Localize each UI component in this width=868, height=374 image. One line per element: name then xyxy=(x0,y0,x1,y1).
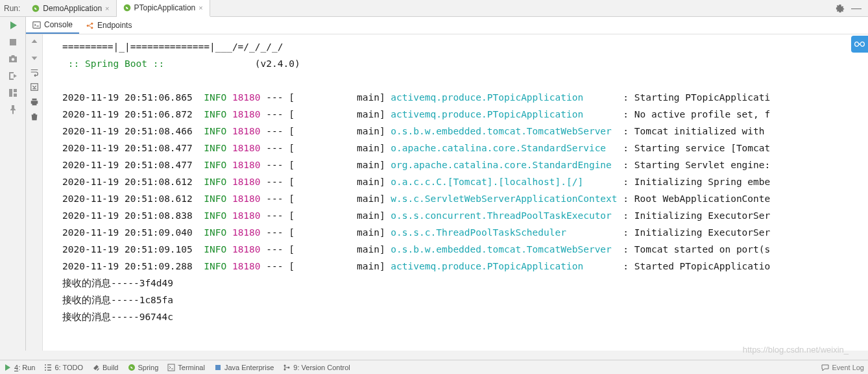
run-tab-label: PTopicApplication xyxy=(134,3,196,12)
console-tab[interactable]: Console xyxy=(26,17,79,34)
svg-point-6 xyxy=(87,24,89,26)
svg-point-7 xyxy=(91,22,93,24)
event-log[interactable]: Event Log xyxy=(821,364,864,371)
run-tab-ptopic[interactable]: PTopicApplication × xyxy=(117,0,210,17)
terminal-icon xyxy=(167,364,175,371)
tool-window-build[interactable]: Build xyxy=(92,364,118,371)
tool-window-java-ee[interactable]: Java Enterprise xyxy=(214,364,274,371)
tool-window-run[interactable]: 4: Run xyxy=(4,364,35,371)
run-tabs: DemoApplication × PTopicApplication × xyxy=(25,0,210,16)
stop-icon[interactable] xyxy=(8,37,18,47)
endpoints-tab[interactable]: Endpoints xyxy=(79,17,138,34)
minimize-icon[interactable]: — xyxy=(851,3,862,14)
console-tools-gutter xyxy=(26,34,43,351)
console-output[interactable]: =========|_|==============|___/=/_/_/_/ … xyxy=(43,34,868,351)
soft-wrap-icon[interactable] xyxy=(30,68,39,77)
spring-leaf-icon xyxy=(123,4,131,12)
print-icon[interactable] xyxy=(30,97,39,106)
spring-leaf-icon xyxy=(128,364,136,371)
svg-point-8 xyxy=(91,27,93,29)
tool-window-todo[interactable]: 6: TODO xyxy=(44,364,83,371)
run-tab-label: DemoApplication xyxy=(43,4,102,13)
svg-rect-4 xyxy=(14,94,17,97)
close-icon[interactable]: × xyxy=(105,5,109,12)
down-icon[interactable] xyxy=(30,53,39,62)
rerun-icon[interactable] xyxy=(8,20,18,31)
spring-leaf-icon xyxy=(32,5,40,12)
run-tab-demo[interactable]: DemoApplication × xyxy=(25,0,116,16)
console-tabs: Console Endpoints xyxy=(26,17,868,34)
list-icon xyxy=(44,364,52,371)
layout-icon[interactable] xyxy=(8,88,18,98)
svg-rect-3 xyxy=(14,89,17,92)
trash-icon[interactable] xyxy=(30,112,39,121)
console-tab-label: Console xyxy=(44,20,73,29)
close-icon[interactable]: × xyxy=(199,4,202,12)
play-icon xyxy=(4,364,12,371)
tool-window-terminal[interactable]: Terminal xyxy=(167,364,205,371)
svg-rect-10 xyxy=(168,364,175,371)
endpoints-icon xyxy=(86,21,94,30)
svg-rect-11 xyxy=(215,365,221,370)
svg-rect-9 xyxy=(30,84,38,91)
console-icon xyxy=(32,21,41,29)
scroll-to-end-icon[interactable] xyxy=(30,82,39,92)
svg-rect-2 xyxy=(9,89,12,97)
tool-window-vcs[interactable]: 9: Version Control xyxy=(283,364,350,371)
java-ee-icon xyxy=(214,364,222,371)
branch-icon xyxy=(283,364,291,371)
endpoints-tab-label: Endpoints xyxy=(97,21,132,30)
svg-rect-5 xyxy=(33,21,40,28)
gear-icon[interactable] xyxy=(836,4,845,13)
hammer-icon xyxy=(92,364,100,371)
run-label: Run: xyxy=(4,4,20,13)
up-icon[interactable] xyxy=(30,38,39,47)
infinity-icon xyxy=(854,39,865,49)
camera-icon[interactable] xyxy=(8,54,18,64)
run-header: Run: DemoApplication × PTopicApplication… xyxy=(0,0,868,17)
svg-rect-0 xyxy=(10,39,16,45)
tool-window-spring[interactable]: Spring xyxy=(128,364,159,371)
code-with-me-badge[interactable] xyxy=(851,36,868,53)
pin-icon[interactable] xyxy=(8,105,18,115)
bubble-icon xyxy=(821,364,829,371)
exit-icon[interactable] xyxy=(8,71,18,81)
run-controls-gutter xyxy=(0,17,26,351)
status-bar: 4: Run 6: TODO Build Spring Terminal Jav… xyxy=(0,360,868,374)
svg-point-1 xyxy=(11,58,14,60)
